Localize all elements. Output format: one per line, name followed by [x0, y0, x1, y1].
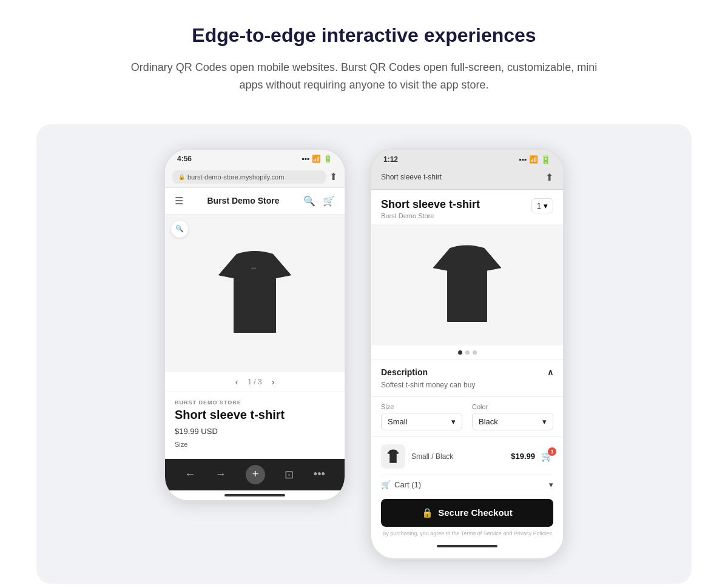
right-mini-title: Short sleeve t-shirt	[381, 173, 442, 181]
right-signal-icon: ▪▪▪	[519, 155, 527, 164]
right-home-bar	[437, 545, 497, 547]
right-time: 1:12	[383, 155, 398, 164]
product-tshirt-image: ▬	[206, 239, 303, 348]
home-indicator	[165, 490, 345, 500]
share-icon[interactable]: ⬆	[329, 171, 337, 182]
right-share-icon[interactable]: ⬆	[545, 172, 553, 183]
cart-item-thumbnail	[381, 444, 405, 469]
image-navigation: ‹ 1 / 3 ›	[165, 372, 345, 392]
right-product-title: Short sleeve t-shirt	[381, 198, 480, 211]
description-collapse-icon[interactable]: ∧	[547, 367, 553, 377]
size-select[interactable]: Small ▾	[381, 413, 462, 430]
color-select[interactable]: Black ▾	[472, 413, 553, 430]
left-time: 4:56	[177, 155, 192, 163]
cart-icon-with-badge[interactable]: 🛒 1	[541, 450, 553, 462]
cart-section: Small / Black $19.99 🛒 1 🛒 Cart (1) ▾ 🔒 …	[371, 436, 563, 558]
color-option-label: Color	[472, 403, 553, 410]
qty-value: 1	[537, 201, 541, 210]
terms-text: By purchasing, you agree to the Terms of…	[381, 530, 553, 536]
right-status-bar: 1:12 ▪▪▪ 📶 🔋	[371, 150, 563, 168]
cart-total-label: 🛒 Cart (1)	[381, 480, 421, 489]
cart-item-details: Small / Black	[411, 452, 505, 461]
cart-icon[interactable]: 🛒	[323, 195, 335, 207]
dots-indicator	[371, 346, 563, 359]
hamburger-icon[interactable]: ☰	[175, 195, 183, 207]
cart-item-variant: Small / Black	[411, 452, 505, 461]
cart-item-row: Small / Black $19.99 🛒 1	[381, 444, 553, 469]
expand-button[interactable]: ⊡	[285, 468, 294, 481]
color-chevron: ▾	[542, 417, 547, 426]
size-value: Small	[388, 417, 408, 426]
options-row: Size Small ▾ Color Black ▾	[381, 403, 553, 430]
lock-checkout-icon: 🔒	[422, 507, 433, 518]
url-input[interactable]: 🔒 burst-demo-store.myshopify.com	[172, 170, 326, 184]
cart-icon: 🛒	[381, 480, 391, 489]
prev-image-arrow[interactable]: ‹	[235, 377, 238, 387]
right-product-header: Short sleeve t-shirt Burst Demo Store 1 …	[371, 190, 563, 224]
svg-rect-0	[234, 278, 276, 333]
left-product-info: BURST DEMO STORE Short sleeve t-shirt $1…	[165, 392, 345, 459]
checkout-button[interactable]: 🔒 Secure Checkout	[381, 499, 553, 527]
cart-badge: 1	[548, 447, 556, 456]
image-counter: 1 / 3	[248, 378, 261, 386]
right-status-icons: ▪▪▪ 📶 🔋	[519, 155, 551, 164]
wifi-icon: 📶	[312, 155, 321, 163]
color-option-group: Color Black ▾	[472, 403, 553, 430]
zoom-button[interactable]: 🔍	[171, 221, 188, 238]
right-phone: 1:12 ▪▪▪ 📶 🔋 Short sleeve t-shirt ⬆ Shor…	[370, 149, 564, 560]
checkout-label: Secure Checkout	[438, 507, 513, 518]
size-option-label: Size	[381, 403, 462, 410]
left-status-icons: ▪▪▪ 📶 🔋	[302, 155, 332, 163]
shop-name: Burst Demo Store	[207, 196, 279, 205]
left-phone: 4:56 ▪▪▪ 📶 🔋 🔒 burst-demo-store.myshopif…	[164, 149, 346, 501]
browser-toolbar: ← → + ⊡ •••	[165, 459, 345, 490]
signal-icon: ▪▪▪	[302, 155, 309, 163]
description-heading: Description	[381, 367, 428, 377]
dot-3	[473, 350, 477, 355]
left-product-image-area: 🔍 ▬	[165, 215, 345, 372]
description-section: Description ∧ Softest t-shirt money can …	[371, 359, 563, 396]
more-button[interactable]: •••	[314, 468, 325, 481]
size-option-group: Size Small ▾	[381, 403, 462, 430]
home-bar	[224, 494, 285, 496]
search-icon[interactable]: 🔍	[303, 195, 315, 207]
page-title: Edge-to-edge interactive experiences	[192, 24, 536, 47]
left-store-label: BURST DEMO STORE	[175, 399, 335, 406]
cart-expand-icon[interactable]: ▾	[549, 480, 553, 489]
left-size-label: Size	[175, 441, 335, 448]
battery-icon: 🔋	[323, 155, 332, 163]
back-button[interactable]: ←	[184, 468, 195, 481]
shop-header: ☰ Burst Demo Store 🔍 🛒	[165, 188, 345, 215]
cart-item-price: $19.99	[511, 452, 535, 461]
url-bar[interactable]: 🔒 burst-demo-store.myshopify.com ⬆	[165, 167, 345, 188]
dot-1	[458, 350, 462, 355]
right-store-name: Burst Demo Store	[381, 212, 480, 219]
dot-2	[465, 350, 470, 355]
phones-container: 4:56 ▪▪▪ 📶 🔋 🔒 burst-demo-store.myshopif…	[36, 124, 692, 584]
right-wifi-icon: 📶	[529, 155, 538, 164]
size-chevron: ▾	[451, 417, 456, 426]
qty-chevron[interactable]: ▾	[544, 201, 548, 210]
right-title-bar: Short sleeve t-shirt ⬆	[371, 168, 563, 190]
right-product-image-area	[371, 224, 563, 346]
right-home-indicator	[381, 541, 553, 551]
forward-button[interactable]: →	[215, 468, 226, 481]
svg-rect-2	[447, 270, 487, 321]
qty-selector[interactable]: 1 ▾	[531, 198, 553, 213]
add-button[interactable]: +	[246, 465, 265, 484]
cart-total-row[interactable]: 🛒 Cart (1) ▾	[381, 475, 553, 494]
shop-action-icons: 🔍 🛒	[303, 195, 335, 207]
lock-icon: 🔒	[178, 174, 185, 180]
right-battery-icon: 🔋	[541, 155, 551, 164]
next-image-arrow[interactable]: ›	[272, 377, 275, 387]
options-section: Size Small ▾ Color Black ▾	[371, 396, 563, 436]
left-status-bar: 4:56 ▪▪▪ 📶 🔋	[165, 150, 345, 167]
description-header: Description ∧	[381, 367, 553, 377]
left-product-price: $19.99 USD	[175, 427, 335, 436]
svg-text:▬: ▬	[251, 265, 256, 270]
description-text: Softest t-shirt money can buy	[381, 381, 553, 389]
page-subtitle: Ordinary QR Codes open mobile websites. …	[121, 59, 607, 94]
right-tshirt-image	[422, 236, 513, 333]
left-product-name: Short sleeve t-shirt	[175, 408, 335, 422]
cart-label: Cart (1)	[394, 480, 421, 489]
